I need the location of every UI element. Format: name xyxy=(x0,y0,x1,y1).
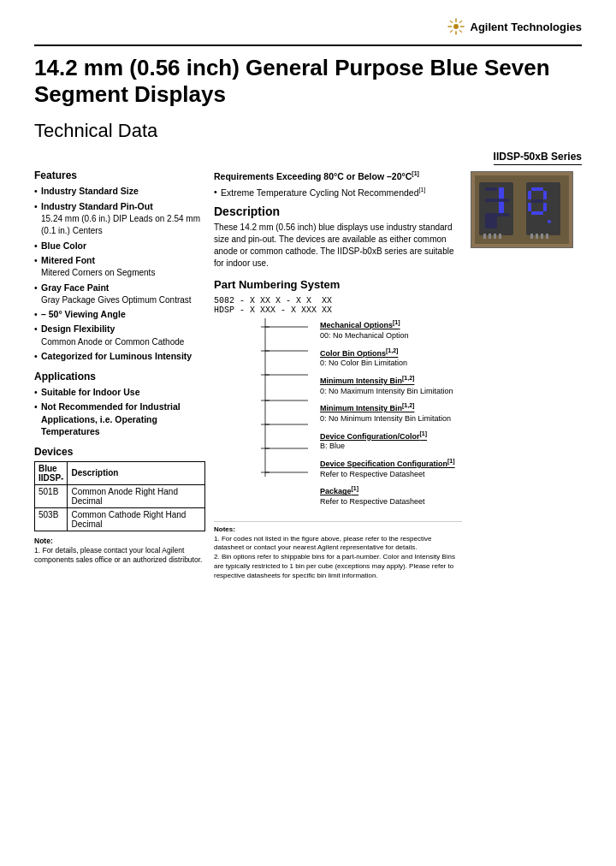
svg-rect-28 xyxy=(499,201,504,213)
svg-rect-31 xyxy=(485,199,497,202)
svg-line-7 xyxy=(459,21,462,23)
pn-ann-package: Package[1] Refer to Respective Datasheet xyxy=(320,484,462,507)
device-code: 503B xyxy=(35,507,68,531)
agilent-logo-icon xyxy=(447,17,465,36)
pn-ann-mechanical: Mechanical Options[1] 00: No Mechanical … xyxy=(320,318,462,341)
svg-rect-37 xyxy=(543,191,547,199)
series-label: IIDSP-50xB Series xyxy=(494,151,582,165)
pn-ann-min-intensity-min: Minimum Intensity Bin[1,2] 0: No Minimum… xyxy=(320,401,462,424)
device-desc: Common Cathode Right Hand Decimal xyxy=(68,507,205,531)
svg-rect-47 xyxy=(530,234,533,239)
middle-column: Requirements Exceeding 80°C or Below –20… xyxy=(214,169,462,580)
display-image xyxy=(471,171,573,248)
svg-rect-44 xyxy=(489,234,491,239)
pn-ann-color-bin: Color Bin Options[1,2] 0: No Color Bin L… xyxy=(320,347,462,369)
bottom-note-1: 1. For codes not listed in the figure ab… xyxy=(214,535,431,552)
requirements-box: Requirements Exceeding 80°C or Below –20… xyxy=(214,169,462,198)
svg-rect-45 xyxy=(494,234,496,239)
pn-annotations-col: Mechanical Options[1] 00: No Mechanical … xyxy=(317,318,462,513)
svg-rect-34 xyxy=(485,216,497,228)
table-header-code: BlueIIDSP- xyxy=(35,461,68,484)
svg-line-6 xyxy=(459,30,462,33)
list-item: Suitable for Indoor Use xyxy=(34,386,205,398)
pn-diagram-wrapper: Mechanical Options[1] 00: No Mechanical … xyxy=(214,318,462,513)
svg-point-42 xyxy=(548,220,551,223)
svg-rect-40 xyxy=(543,203,547,211)
svg-rect-32 xyxy=(485,213,497,216)
svg-rect-49 xyxy=(541,234,543,239)
svg-rect-46 xyxy=(499,234,501,239)
svg-rect-33 xyxy=(497,213,509,216)
features-list: Industry Standard Size Industry Standard… xyxy=(34,185,205,362)
title-section: 14.2 mm (0.56 inch) General Purpose Blue… xyxy=(34,44,582,108)
svg-point-0 xyxy=(453,24,459,29)
devices-note: Note: 1. For details, please contact you… xyxy=(34,537,205,565)
svg-rect-48 xyxy=(536,234,538,239)
series-label-area: IIDSP-50xB Series xyxy=(34,151,582,163)
devices-table: BlueIIDSP- Description 501B Common Anode… xyxy=(34,461,205,531)
requirements-heading: Requirements Exceeding 80°C or Below –20… xyxy=(214,169,462,182)
list-item: Gray Face PaintGray Package Gives Optimu… xyxy=(34,282,205,306)
pn-ann-device-spec: Device Specification Configuration[1] Re… xyxy=(320,457,462,479)
pn-ann-min-intensity-max: Minimum Intensity Bin[1,2] 0: No Maximum… xyxy=(320,374,462,396)
applications-list: Suitable for Indoor Use Not Recommended … xyxy=(34,386,205,437)
part-numbering-section: Part Numbering System 5082 - X XX X - X … xyxy=(214,278,462,513)
list-item: Extreme Temperature Cycling Not Recommen… xyxy=(214,186,462,199)
seven-segment-svg xyxy=(475,175,569,244)
main-content: Features Industry Standard Size Industry… xyxy=(34,169,582,580)
list-item: – 50° Viewing Angle xyxy=(34,308,205,320)
pn-ann-device-config: Device Configuration/Color[1] B: Blue xyxy=(320,430,462,452)
svg-rect-39 xyxy=(528,203,531,211)
series-label-box: IIDSP-50xB Series xyxy=(494,151,582,163)
table-header-desc: Description xyxy=(68,461,205,484)
device-desc: Common Anode Right Hand Decimal xyxy=(68,484,205,507)
bottom-notes: Notes: 1. For codes not listed in the fi… xyxy=(214,521,462,581)
list-item: Blue Color xyxy=(34,240,205,252)
list-item: Not Recommended for Industrial Applicati… xyxy=(34,400,205,437)
description-heading: Description xyxy=(214,205,462,218)
svg-rect-38 xyxy=(531,199,543,203)
svg-line-5 xyxy=(450,21,453,23)
part-numbering-heading: Part Numbering System xyxy=(214,278,462,291)
svg-rect-30 xyxy=(497,199,509,202)
svg-rect-36 xyxy=(528,191,531,199)
device-code: 501B xyxy=(35,484,68,507)
svg-rect-35 xyxy=(531,187,543,191)
list-item: Industry Standard Pin-Out15.24 mm (0.6 i… xyxy=(34,200,205,237)
list-item: Categorized for Luminous Intensity xyxy=(34,350,205,362)
page-wrapper: Agilent Technologies 14.2 mm (0.56 inch)… xyxy=(0,0,616,866)
requirements-list: Extreme Temperature Cycling Not Recommen… xyxy=(214,186,462,199)
main-title: 14.2 mm (0.56 inch) General Purpose Blue… xyxy=(34,55,582,108)
pn-lines-svg xyxy=(214,318,317,489)
applications-heading: Applications xyxy=(34,371,205,383)
logo-text: Agilent Technologies xyxy=(471,21,583,33)
svg-rect-41 xyxy=(531,211,543,215)
pn-code-line1: 5082 - X XX X - X X XX HDSP - X XXX - X … xyxy=(214,296,462,315)
bottom-note-2: 2. Bin options refer to shippable bins f… xyxy=(214,553,455,579)
svg-line-8 xyxy=(450,30,453,33)
svg-rect-43 xyxy=(483,234,486,239)
table-row: 503B Common Cathode Right Hand Decimal xyxy=(35,507,205,531)
tech-data-title: Technical Data xyxy=(34,120,582,142)
svg-rect-29 xyxy=(485,187,497,191)
svg-rect-50 xyxy=(546,234,548,239)
header: Agilent Technologies xyxy=(34,17,582,36)
pn-line2: HDSP - X XXX - X XXX XX xyxy=(214,305,462,315)
table-row: 501B Common Anode Right Hand Decimal xyxy=(35,484,205,507)
devices-note-text: 1. For details, please contact your loca… xyxy=(34,546,202,564)
list-item: Mitered FontMitered Corners on Segments xyxy=(34,254,205,279)
devices-heading: Devices xyxy=(34,446,205,458)
features-heading: Features xyxy=(34,169,205,181)
list-item: Industry Standard Size xyxy=(34,185,205,197)
left-column: Features Industry Standard Size Industry… xyxy=(34,169,205,580)
logo-area: Agilent Technologies xyxy=(447,17,583,36)
pn-line1: 5082 - X XX X - X X XX xyxy=(214,296,462,305)
description-text: These 14.2 mm (0.56 inch) blue displays … xyxy=(214,222,462,270)
right-column xyxy=(471,169,582,580)
list-item: Design FlexibilityCommon Anode or Common… xyxy=(34,323,205,347)
svg-rect-27 xyxy=(499,187,504,199)
